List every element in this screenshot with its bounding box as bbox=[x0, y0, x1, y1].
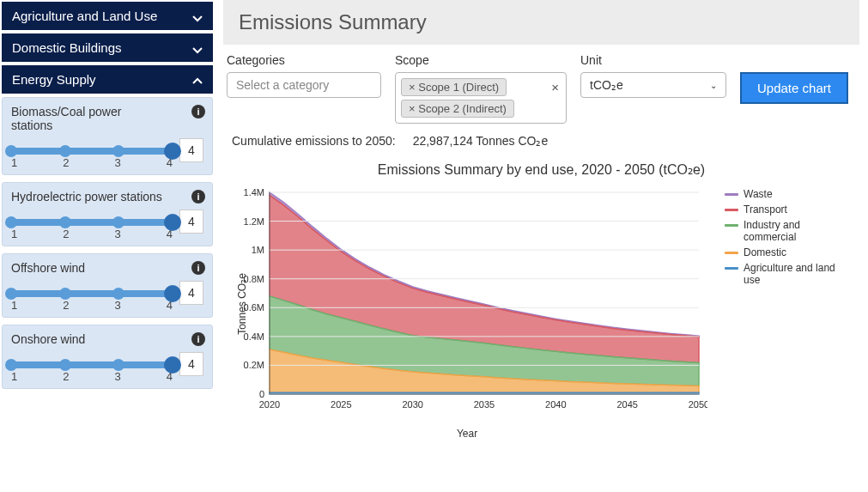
slider-tick: 1 bbox=[11, 228, 17, 240]
chart-legend: WasteTransportIndustry and commercialDom… bbox=[725, 188, 845, 420]
legend-item: Agriculture and land use bbox=[725, 262, 845, 286]
slider-value: 4 bbox=[179, 281, 203, 305]
slider-label: Offshore wind bbox=[11, 261, 85, 275]
scope-clear-icon[interactable]: × bbox=[551, 80, 559, 94]
svg-text:2020: 2020 bbox=[259, 399, 280, 410]
x-axis-label: Year bbox=[227, 428, 707, 440]
svg-text:2050: 2050 bbox=[689, 399, 707, 410]
info-icon[interactable]: i bbox=[191, 332, 205, 346]
accordion-label: Domestic Buildings bbox=[12, 40, 122, 55]
slider-thumb[interactable] bbox=[164, 285, 181, 302]
scope-select[interactable]: × Scope 1 (Direct) × Scope 2 (Indirect) … bbox=[395, 72, 567, 124]
slider-tick: 3 bbox=[115, 156, 121, 169]
legend-item: Industry and commercial bbox=[725, 219, 845, 243]
svg-text:0.2M: 0.2M bbox=[244, 360, 264, 370]
slider-label: Onshore wind bbox=[11, 332, 85, 346]
categories-select[interactable]: Select a category bbox=[227, 72, 381, 98]
accordion-label: Energy Supply bbox=[12, 72, 96, 87]
legend-item: Waste bbox=[725, 188, 845, 200]
cumulative-value: 22,987,124 Tonnes CO₂e bbox=[413, 134, 549, 148]
slider-tick: 1 bbox=[11, 299, 17, 312]
page-title-bar: Emissions Summary bbox=[223, 0, 859, 45]
categories-label: Categories bbox=[227, 53, 381, 67]
slider-thumb[interactable] bbox=[164, 356, 181, 374]
slider-tick: 1 bbox=[11, 156, 17, 169]
legend-swatch bbox=[725, 267, 738, 270]
info-icon[interactable]: i bbox=[191, 105, 205, 118]
legend-label: Transport bbox=[744, 203, 787, 216]
accordion-agriculture[interactable]: Agriculture and Land Use bbox=[2, 2, 213, 30]
legend-item: Domestic bbox=[725, 246, 845, 258]
legend-swatch bbox=[725, 209, 738, 211]
slider-tick: 2 bbox=[63, 299, 69, 312]
legend-swatch bbox=[725, 224, 738, 227]
svg-text:2030: 2030 bbox=[402, 399, 422, 410]
slider-track[interactable] bbox=[11, 290, 173, 297]
slider-card: Offshore windi12344 bbox=[2, 253, 213, 318]
cumulative-label: Cumulative emissions to 2050: bbox=[232, 134, 396, 148]
svg-text:2025: 2025 bbox=[331, 399, 351, 410]
chart-svg: 00.2M0.4M0.6M0.8M1M1.2M1.4M2020202520302… bbox=[227, 188, 707, 420]
svg-text:1.2M: 1.2M bbox=[244, 216, 264, 227]
unit-select[interactable]: tCO₂e ⌄ bbox=[580, 72, 726, 98]
slider-label: Biomass/Coal power stations bbox=[11, 105, 166, 132]
scope-chip-2[interactable]: × Scope 2 (Indirect) bbox=[401, 100, 514, 118]
svg-text:2035: 2035 bbox=[474, 399, 495, 410]
chart-title: Emissions Summary by end use, 2020 - 205… bbox=[223, 161, 859, 178]
unit-value: tCO₂e bbox=[590, 78, 623, 92]
legend-swatch bbox=[725, 252, 738, 254]
slider-thumb[interactable] bbox=[164, 143, 181, 160]
accordion-energy[interactable]: Energy Supply bbox=[2, 65, 213, 94]
y-axis-label: Tonnes CO₂e bbox=[236, 273, 248, 335]
categories-placeholder: Select a category bbox=[236, 78, 329, 92]
slider-tick: 3 bbox=[115, 370, 121, 383]
slider-card: Onshore windi12344 bbox=[2, 325, 213, 389]
sidebar: Agriculture and Land Use Domestic Buildi… bbox=[0, 0, 215, 492]
chevron-down-icon bbox=[192, 43, 203, 53]
svg-text:1M: 1M bbox=[252, 245, 264, 255]
page-title: Emissions Summary bbox=[239, 10, 844, 34]
filters-row: Categories Select a category Scope × Sco… bbox=[223, 53, 859, 124]
cumulative-row: Cumulative emissions to 2050: 22,987,124… bbox=[223, 124, 859, 155]
info-icon[interactable]: i bbox=[191, 190, 205, 203]
slider-tick: 2 bbox=[63, 370, 69, 383]
svg-text:2045: 2045 bbox=[616, 399, 637, 410]
legend-label: Industry and commercial bbox=[744, 219, 845, 243]
legend-item: Transport bbox=[725, 203, 845, 216]
scope-label: Scope bbox=[395, 53, 567, 67]
slider-tick: 1 bbox=[11, 370, 17, 383]
update-chart-button[interactable]: Update chart bbox=[740, 72, 848, 104]
slider-tick: 3 bbox=[115, 228, 121, 240]
slider-value: 4 bbox=[179, 138, 203, 162]
info-icon[interactable]: i bbox=[191, 261, 205, 275]
slider-value: 4 bbox=[179, 210, 203, 234]
svg-text:2040: 2040 bbox=[545, 399, 566, 410]
svg-text:0: 0 bbox=[259, 389, 264, 399]
legend-label: Agriculture and land use bbox=[744, 262, 845, 286]
slider-value: 4 bbox=[179, 352, 203, 376]
slider-thumb[interactable] bbox=[164, 214, 181, 231]
slider-tick: 3 bbox=[115, 299, 121, 312]
slider-track[interactable] bbox=[11, 219, 173, 226]
accordion-label: Agriculture and Land Use bbox=[12, 9, 157, 23]
slider-card: Biomass/Coal power stationsi12344 bbox=[2, 97, 213, 175]
chart-area: Tonnes CO₂e 00.2M0.4M0.6M0.8M1M1.2M1.4M2… bbox=[227, 188, 707, 420]
accordion-domestic[interactable]: Domestic Buildings bbox=[2, 33, 213, 62]
legend-label: Domestic bbox=[744, 246, 786, 258]
slider-label: Hydroelectric power stations bbox=[11, 190, 162, 203]
slider-card: Hydroelectric power stationsi12344 bbox=[2, 182, 213, 246]
slider-tick: 2 bbox=[63, 228, 69, 240]
chart-wrap: Tonnes CO₂e 00.2M0.4M0.6M0.8M1M1.2M1.4M2… bbox=[223, 188, 859, 420]
slider-track[interactable] bbox=[11, 361, 173, 368]
chevron-down-icon: ⌄ bbox=[710, 81, 717, 90]
slider-track[interactable] bbox=[11, 148, 173, 155]
slider-tick: 2 bbox=[63, 156, 69, 169]
svg-text:1.4M: 1.4M bbox=[244, 188, 264, 197]
chevron-up-icon bbox=[192, 75, 203, 85]
legend-label: Waste bbox=[744, 188, 773, 200]
scope-chip-1[interactable]: × Scope 1 (Direct) bbox=[401, 78, 507, 96]
chevron-down-icon bbox=[192, 11, 203, 21]
energy-panel: Biomass/Coal power stationsi12344Hydroel… bbox=[2, 97, 213, 399]
legend-swatch bbox=[725, 193, 738, 196]
main-content: Emissions Summary Categories Select a ca… bbox=[215, 0, 868, 492]
